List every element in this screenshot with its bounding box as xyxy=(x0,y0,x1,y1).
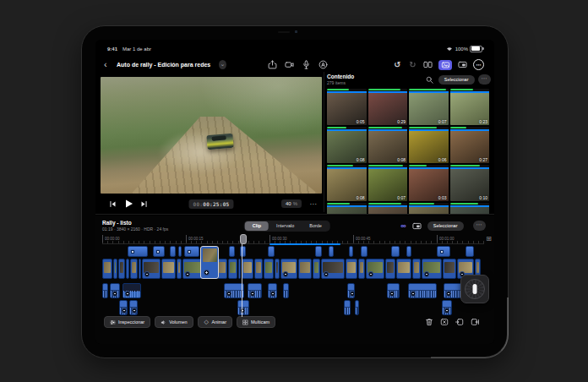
overwrite-clip-icon[interactable] xyxy=(471,318,479,326)
jog-handle[interactable] xyxy=(473,284,477,294)
timeline-clip[interactable] xyxy=(437,246,450,257)
timeline-clip[interactable] xyxy=(422,259,442,279)
trash-icon[interactable] xyxy=(425,318,433,326)
timeline-clip[interactable] xyxy=(102,259,112,279)
browser-clip[interactable]: 0:07 xyxy=(409,89,449,125)
timeline-clip[interactable] xyxy=(329,246,334,257)
timeline-clip[interactable] xyxy=(315,246,322,257)
timeline-clip[interactable] xyxy=(355,300,359,315)
multicam-button[interactable]: Multicam xyxy=(237,316,275,328)
timeline-clip[interactable] xyxy=(170,246,176,257)
panel-divider-horizontal[interactable] xyxy=(95,214,494,215)
draw-icon[interactable] xyxy=(318,60,328,69)
search-icon[interactable] xyxy=(426,76,433,84)
timeline-clip[interactable] xyxy=(268,246,275,257)
more-circle-icon[interactable]: ⋯ xyxy=(473,59,484,70)
timeline-clip[interactable] xyxy=(110,283,120,298)
timeline-ruler[interactable]: 00:00:0000:00:1500:00:3000:00:4500:01:00 xyxy=(102,235,484,244)
skip-forward-icon[interactable] xyxy=(140,200,148,208)
browser-clip[interactable]: 0:07 xyxy=(368,165,408,201)
timeline-clip[interactable] xyxy=(248,283,262,298)
timeline-clip[interactable] xyxy=(396,259,411,279)
timeline-clip[interactable] xyxy=(184,246,199,257)
timeline-clip[interactable] xyxy=(139,259,141,279)
timeline-clip[interactable] xyxy=(349,246,353,257)
browser-more-button[interactable]: ⋯ xyxy=(478,74,492,85)
clip-overlay-icon[interactable] xyxy=(412,221,422,231)
insert-clip-icon[interactable] xyxy=(455,318,464,326)
timeline-clip[interactable] xyxy=(254,259,263,279)
timeline-clip[interactable] xyxy=(242,259,253,279)
jog-wheel[interactable] xyxy=(460,275,489,303)
undo-icon[interactable]: ↺ xyxy=(393,60,402,69)
timeline-clip[interactable] xyxy=(142,259,161,279)
play-icon[interactable] xyxy=(123,199,133,209)
title-menu-icon[interactable]: ⌄ xyxy=(219,60,226,69)
volume-button[interactable]: Volumen xyxy=(155,316,193,328)
loop-playback-icon[interactable]: ∞ xyxy=(400,221,406,230)
timeline-clip[interactable] xyxy=(391,246,400,257)
skip-back-icon[interactable] xyxy=(109,200,117,208)
timeline-clip[interactable] xyxy=(283,283,289,298)
timeline-clip[interactable] xyxy=(122,283,141,298)
browser-clip[interactable]: 0:08 xyxy=(327,127,367,163)
timeline-clip[interactable] xyxy=(129,300,138,315)
panel-divider-vertical[interactable] xyxy=(324,72,324,212)
timeline-clip[interactable] xyxy=(346,259,357,279)
mic-icon[interactable] xyxy=(302,60,311,69)
timeline-clip[interactable] xyxy=(126,259,129,279)
timeline-more-button[interactable]: ⋯ xyxy=(473,221,487,231)
timeline-clip[interactable] xyxy=(119,300,128,315)
browser-clip[interactable] xyxy=(409,203,449,214)
browser-clip[interactable] xyxy=(368,203,408,214)
browser-clip[interactable]: 0:08 xyxy=(327,165,367,201)
browser-clip[interactable] xyxy=(327,203,367,214)
timeline-clip[interactable] xyxy=(200,246,219,279)
timeline-clip[interactable] xyxy=(118,259,125,279)
timeline-clip[interactable] xyxy=(228,259,237,279)
viewer-more-icon[interactable]: ⋯ xyxy=(310,200,318,208)
import-icon[interactable] xyxy=(268,60,277,69)
tab-clip[interactable]: Clip xyxy=(245,221,269,231)
timeline-clip[interactable] xyxy=(347,283,355,298)
timeline-options-icon[interactable]: ⊞ xyxy=(485,235,493,243)
timeline-clip[interactable] xyxy=(406,246,411,257)
back-chevron-icon[interactable]: ‹ xyxy=(104,60,107,69)
timeline-clip[interactable] xyxy=(238,259,241,279)
browser-clip[interactable]: 0:05 xyxy=(327,89,367,125)
timeline-clip[interactable] xyxy=(237,300,249,315)
browser-clip[interactable]: 0:29 xyxy=(368,89,408,125)
redo-icon[interactable]: ↻ xyxy=(408,60,417,69)
browser-clip[interactable]: 0:06 xyxy=(409,127,449,163)
timeline-clip[interactable] xyxy=(177,259,182,279)
tab-interval[interactable]: Intervalo xyxy=(269,221,302,231)
timeline-clip[interactable] xyxy=(268,283,277,298)
timeline-clip[interactable] xyxy=(443,259,456,279)
timeline-clip[interactable] xyxy=(358,259,365,279)
timeline-clip[interactable] xyxy=(366,259,384,279)
browser-clip[interactable] xyxy=(450,203,490,214)
animate-button[interactable]: ◇ Animar xyxy=(198,316,232,328)
playhead[interactable] xyxy=(242,235,242,317)
timeline-clip[interactable] xyxy=(130,259,138,279)
browser-clip[interactable]: 0:27 xyxy=(450,127,490,163)
timeline-clip[interactable] xyxy=(442,300,452,315)
timeline-clip[interactable] xyxy=(128,246,148,257)
timeline-clip[interactable] xyxy=(313,259,320,279)
timeline-clip[interactable] xyxy=(298,259,312,279)
timeline-clip[interactable] xyxy=(361,246,368,257)
timeline-clip[interactable] xyxy=(178,246,182,257)
browser-clip[interactable]: 0:23 xyxy=(450,89,490,125)
browser-clip[interactable]: 0:10 xyxy=(450,165,490,201)
timeline-select-button[interactable]: Seleccionar xyxy=(427,221,464,231)
zoom-level[interactable]: 40% xyxy=(281,199,302,208)
timeline-clip[interactable] xyxy=(466,246,474,257)
browser-select-button[interactable]: Seleccionar xyxy=(438,75,475,85)
timeline-clip[interactable] xyxy=(102,283,108,298)
timeline-clip[interactable] xyxy=(412,259,421,279)
inspect-button[interactable]: Inspeccionar xyxy=(104,316,150,328)
timeline-clip[interactable] xyxy=(113,259,117,279)
timeline-clip[interactable] xyxy=(387,283,400,298)
timeline-clip[interactable] xyxy=(385,259,395,279)
viewer-video[interactable] xyxy=(101,77,322,194)
